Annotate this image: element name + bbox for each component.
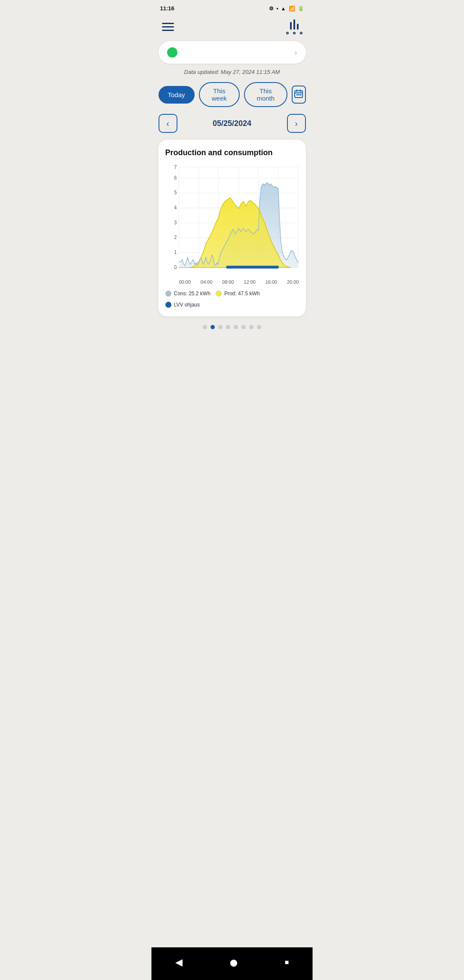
filter-bar-3 [297,24,299,30]
legend-lvv: LVV ohjaus [165,302,200,308]
settings-icon: ⚙ [269,6,274,12]
legend-prod-label: Prod: 47.5 kWh [224,291,260,297]
status-bar: 11:16 ⚙ • ▲ 📶 🔋 [152,0,313,15]
connection-status-dot [167,47,177,58]
connection-chevron: › [295,48,297,57]
svg-text:0: 0 [174,264,177,270]
notification-dot: • [276,6,278,12]
legend-lvv-label: LVV ohjaus [174,302,200,308]
page-dot-6[interactable] [249,325,253,329]
legend-prod-dot [216,291,222,297]
legend-cons-dot [165,291,171,297]
current-date: 05/25/2024 [213,119,251,128]
svg-text:2: 2 [174,235,177,240]
date-navigation: ‹ 05/25/2024 › [152,114,313,133]
signal-icon: 📶 [289,6,295,12]
legend-lvv-dot [165,302,171,308]
menu-button[interactable] [162,23,174,31]
chart-card: Production and consumption 0 1 2 [159,140,306,316]
calendar-icon [294,89,303,101]
time-display: 11:16 [160,5,174,12]
x-label-0000: 00:00 [179,279,191,285]
x-label-1200: 12:00 [244,279,256,285]
svg-text:1: 1 [174,249,177,255]
recents-button[interactable]: ■ [275,955,299,970]
filter-knob-1 [286,32,289,34]
svg-text:3: 3 [174,220,177,225]
filter-bar-2 [293,19,295,30]
connection-banner[interactable]: › [159,41,306,64]
x-label-0800: 08:00 [222,279,234,285]
svg-text:4: 4 [174,205,177,210]
connection-left [167,47,177,58]
hamburger-line-2 [162,26,174,28]
filter-button[interactable] [286,19,302,34]
this-month-tab[interactable]: This month [244,82,287,107]
prev-date-button[interactable]: ‹ [159,114,177,133]
svg-text:6: 6 [174,175,177,181]
filter-bar-1 [290,22,292,30]
calendar-button[interactable] [292,86,306,104]
x-label-0400: 04:00 [201,279,213,285]
this-week-tab[interactable]: This week [199,82,240,107]
svg-text:7: 7 [174,164,177,170]
data-updated-text: Data updated: May 27, 2024 11:15 AM [152,69,313,75]
page-dot-1[interactable] [211,325,215,329]
battery-icon: 🔋 [298,6,304,12]
svg-rect-6 [300,94,301,95]
svg-rect-33 [226,266,279,269]
period-tabs: Today This week This month [152,82,313,107]
svg-rect-5 [298,94,299,95]
page-dot-5[interactable] [241,325,246,329]
toolbar [152,15,313,41]
next-date-button[interactable]: › [287,114,306,133]
prev-arrow-icon: ‹ [166,119,169,129]
svg-rect-4 [296,94,298,95]
production-consumption-chart: 0 1 2 3 4 5 6 7 [165,164,299,276]
back-button[interactable]: ◀ [165,953,193,971]
next-arrow-icon: › [295,119,298,129]
page-dot-0[interactable] [203,325,207,329]
legend-production: Prod: 47.5 kWh [216,291,260,297]
x-label-2000: 20:00 [287,279,299,285]
hamburger-line-3 [162,30,174,31]
chart-wrapper: 0 1 2 3 4 5 6 7 [165,164,299,278]
today-tab[interactable]: Today [159,86,195,104]
home-button[interactable]: ⬤ [220,955,248,970]
chart-legend: Cons: 25.2 kWh Prod: 47.5 kWh LVV ohjaus [165,291,299,308]
legend-cons-label: Cons: 25.2 kWh [174,291,211,297]
filter-knob-2 [293,32,296,34]
wifi-icon: ▲ [281,6,286,12]
x-label-1600: 16:00 [266,279,278,285]
filter-knob-3 [300,32,302,34]
page-dot-3[interactable] [226,325,230,329]
pagination-dots [152,325,313,329]
svg-text:5: 5 [174,190,177,196]
page-dot-4[interactable] [234,325,238,329]
legend-consumption: Cons: 25.2 kWh [165,291,211,297]
page-dot-2[interactable] [218,325,223,329]
hamburger-line-1 [162,23,174,24]
x-axis-labels: 00:00 04:00 08:00 12:00 16:00 20:00 [165,278,299,285]
chart-title: Production and consumption [165,148,299,157]
page-dot-7[interactable] [257,325,261,329]
status-icons: ⚙ • ▲ 📶 🔋 [269,6,304,12]
bottom-navigation: ◀ ⬤ ■ [152,947,313,980]
